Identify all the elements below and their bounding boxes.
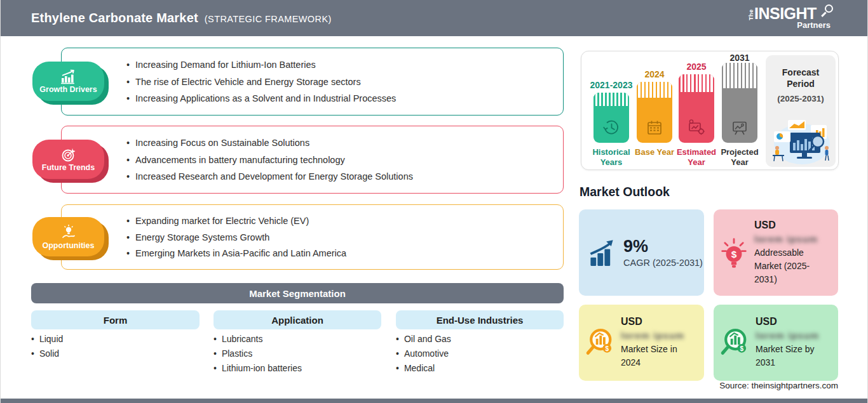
list-item: Automotive bbox=[396, 348, 451, 359]
historical-years-bar bbox=[593, 93, 629, 143]
cagr-value: 9% bbox=[623, 237, 703, 256]
future-trends-box: Increasing Focus on Sustainable Solution… bbox=[61, 126, 564, 194]
svg-text:$: $ bbox=[740, 345, 743, 352]
opportunities-list: Expanding market for Electric Vehicle (E… bbox=[62, 205, 563, 269]
blurred-value: lorem ipsum bbox=[754, 234, 832, 244]
list-item: Liquid bbox=[31, 334, 63, 344]
growth-drivers-box: Increasing Demand for Lithium-Ion Batter… bbox=[61, 48, 564, 116]
future-trends-list: Increasing Focus on Sustainable Solution… bbox=[62, 126, 563, 193]
base-year-bar bbox=[637, 82, 672, 143]
currency-label: USD bbox=[756, 316, 832, 327]
list-item: Medical bbox=[396, 363, 451, 373]
cagr-label: CAGR (2025-2031) bbox=[623, 258, 703, 268]
list-item: Oil and Gas bbox=[396, 334, 451, 344]
list-item: Lithium-ion batteries bbox=[214, 363, 302, 373]
history-clock-icon bbox=[602, 119, 621, 136]
list-item: Advancements in battery manufacturing te… bbox=[126, 155, 548, 165]
list-item: Emerging Markets in Asia-Pacific and Lat… bbox=[126, 248, 548, 258]
svg-text:$: $ bbox=[605, 345, 609, 352]
footer-bar bbox=[1, 399, 867, 403]
application-list: Lubricants Plastics Lithium-ion batterie… bbox=[214, 334, 302, 378]
form-list: Liquid Solid bbox=[31, 334, 63, 363]
bar-caption: Projected Year bbox=[711, 147, 768, 168]
list-item: Expanding market for Electric Vehicle (E… bbox=[126, 216, 548, 226]
forecast-period-range: (2025-2031) bbox=[766, 94, 836, 103]
page-title: Ethylene Carbonate Market bbox=[31, 11, 198, 25]
market-size-2024-card: $ USD lorem ipsum Market Size in 2024 bbox=[579, 305, 704, 381]
list-item: Energy Storage Systems Growth bbox=[126, 232, 548, 242]
forecast-period-panel: Forecast Period (2025-2031) bbox=[766, 55, 836, 167]
growth-drivers-list: Increasing Demand for Lithium-Ion Batter… bbox=[62, 48, 563, 115]
growth-bars-arrow-icon bbox=[587, 239, 616, 267]
header-bar: Ethylene Carbonate Market (STRATEGIC FRA… bbox=[1, 0, 867, 36]
company-logo: The INSIGHT Partners bbox=[748, 6, 831, 30]
projected-year-bar bbox=[722, 63, 757, 143]
report-slide: Ethylene Carbonate Market (STRATEGIC FRA… bbox=[0, 0, 868, 403]
market-size-2031-card: $ USD lorem ipsum Market Size by 2031 bbox=[714, 305, 838, 381]
opportunities-badge: Opportunities bbox=[32, 217, 104, 256]
bulb-hand-icon bbox=[60, 224, 78, 241]
list-item: Increasing Demand for Lithium-Ion Batter… bbox=[126, 60, 548, 70]
list-item: Increased Research and Development for E… bbox=[126, 171, 548, 182]
column-header-end-use: End-Use Industries bbox=[396, 310, 564, 329]
year-label: 2031 bbox=[711, 53, 768, 63]
currency-label: USD bbox=[621, 316, 698, 327]
opportunities-box: Expanding market for Electric Vehicle (E… bbox=[61, 204, 564, 270]
logo-insight-text: INSIGHT bbox=[754, 6, 817, 22]
list-item: Lubricants bbox=[214, 334, 302, 344]
year-label: 2021-2023 bbox=[583, 80, 640, 90]
projection-board-icon bbox=[730, 119, 749, 136]
list-item: Increasing Applications as a Solvent and… bbox=[126, 93, 548, 103]
card-label: Market Size by 2031 bbox=[756, 343, 832, 369]
column-header-form: Form bbox=[31, 310, 200, 329]
column-header-application: Application bbox=[214, 310, 381, 329]
target-dart-icon bbox=[60, 147, 77, 162]
badge-label: Future Trends bbox=[42, 163, 95, 172]
future-trends-badge: Future Trends bbox=[32, 140, 104, 179]
estimated-year-bar bbox=[679, 74, 714, 143]
magnifier-chart-icon: $ bbox=[719, 327, 750, 359]
page-subtitle: (STRATEGIC FRAMEWORK) bbox=[205, 14, 332, 24]
timeline-panel: 2021-2023 2024 2025 2031 bbox=[581, 51, 839, 170]
bulb-dollar-icon: $ bbox=[719, 236, 749, 269]
card-label: Market Size in 2024 bbox=[621, 343, 698, 369]
list-item: The rise of Electric Vehicle and Energy … bbox=[126, 77, 548, 87]
badge-label: Opportunities bbox=[43, 241, 95, 250]
svg-text:$: $ bbox=[731, 249, 737, 260]
growth-drivers-badge: Growth Drivers bbox=[32, 62, 104, 101]
magnifier-icon bbox=[825, 4, 833, 13]
cagr-card: 9% CAGR (2025-2031) bbox=[579, 209, 704, 296]
list-item: Plastics bbox=[214, 348, 302, 359]
market-outlook-title: Market Outlook bbox=[580, 185, 670, 199]
source-attribution: Source: theinsightpartners.com bbox=[649, 381, 838, 390]
estimate-chart-gear-icon bbox=[687, 119, 706, 136]
card-label: Addressable Market (2025-2031) bbox=[754, 246, 832, 286]
year-label: 2025 bbox=[668, 62, 725, 72]
calendar-icon bbox=[646, 119, 663, 136]
list-item: Increasing Focus on Sustainable Solution… bbox=[126, 138, 548, 148]
magnifier-chart-icon: $ bbox=[584, 327, 616, 359]
list-item: Solid bbox=[31, 348, 63, 359]
growth-chart-icon bbox=[60, 69, 78, 84]
badge-label: Growth Drivers bbox=[39, 85, 97, 94]
forecast-period-title: Forecast Period bbox=[766, 67, 836, 89]
end-use-list: Oil and Gas Automotive Medical bbox=[396, 334, 451, 378]
logo-the-text: The bbox=[748, 14, 754, 20]
blurred-value: lorem ipsum bbox=[756, 330, 832, 341]
addressable-market-card: $ USD lorem ipsum Addressable Market (20… bbox=[714, 209, 838, 296]
market-segmentation-header: Market Segmentation bbox=[31, 283, 564, 303]
currency-label: USD bbox=[754, 220, 832, 231]
blurred-value: lorem ipsum bbox=[621, 330, 698, 341]
forecast-illustration bbox=[769, 115, 832, 164]
